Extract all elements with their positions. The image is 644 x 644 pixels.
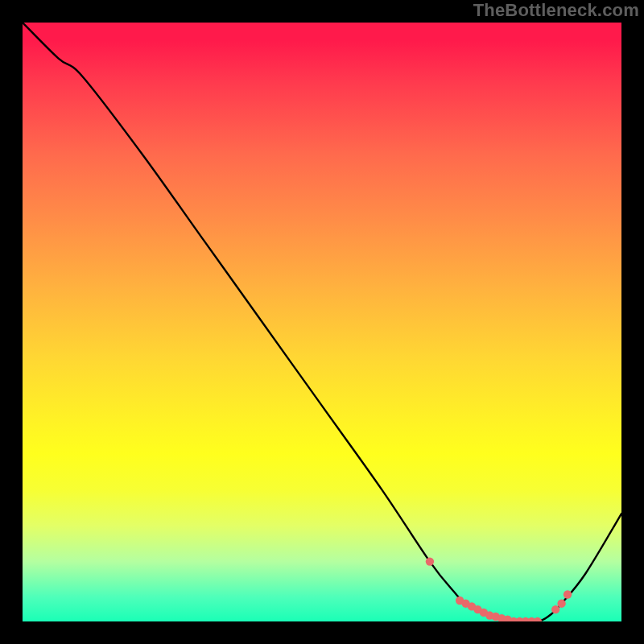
data-marker bbox=[557, 599, 565, 607]
data-marker bbox=[564, 590, 572, 598]
data-marker bbox=[534, 617, 542, 621]
watermark-label: TheBottleneck.com bbox=[473, 0, 639, 21]
data-marker bbox=[551, 605, 559, 613]
curve-layer bbox=[23, 23, 621, 621]
bottleneck-curve bbox=[23, 23, 621, 621]
chart-frame: TheBottleneck.com bbox=[0, 0, 644, 644]
marker-layer bbox=[426, 557, 572, 621]
plot-area bbox=[23, 23, 621, 621]
data-marker bbox=[426, 557, 434, 565]
